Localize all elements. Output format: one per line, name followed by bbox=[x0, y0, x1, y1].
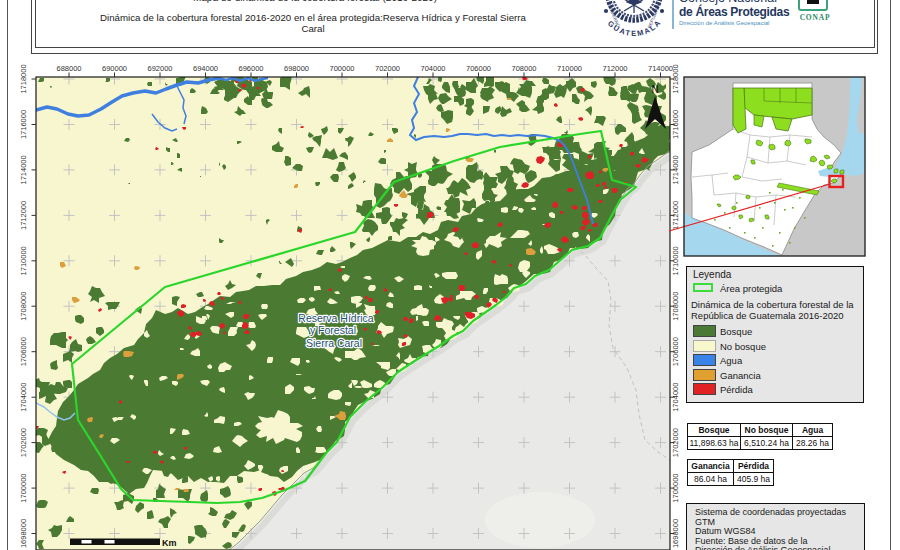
svg-text:1718000: 1718000 bbox=[671, 64, 680, 93]
svg-text:1714000: 1714000 bbox=[671, 155, 680, 184]
svg-text:Km: Km bbox=[162, 538, 177, 548]
svg-text:1698000: 1698000 bbox=[19, 519, 28, 548]
svg-text:1712000: 1712000 bbox=[671, 201, 680, 230]
svg-text:708000: 708000 bbox=[511, 64, 536, 73]
svg-text:y Forestal: y Forestal bbox=[310, 324, 356, 336]
svg-text:1716000: 1716000 bbox=[19, 110, 28, 139]
svg-text:1704000: 1704000 bbox=[671, 383, 680, 412]
svg-text:712000: 712000 bbox=[602, 64, 627, 73]
svg-text:702000: 702000 bbox=[375, 64, 400, 73]
svg-text:Reserva Hídrica: Reserva Hídrica bbox=[298, 312, 373, 324]
svg-text:710000: 710000 bbox=[557, 64, 582, 73]
svg-text:694000: 694000 bbox=[193, 64, 218, 73]
svg-text:Sierra Caral: Sierra Caral bbox=[306, 337, 362, 349]
svg-text:1706000: 1706000 bbox=[671, 337, 680, 366]
svg-text:1698000: 1698000 bbox=[671, 519, 680, 548]
svg-text:1716000: 1716000 bbox=[671, 110, 680, 139]
svg-text:1702000: 1702000 bbox=[19, 428, 28, 457]
svg-text:714000: 714000 bbox=[648, 64, 673, 73]
svg-text:N: N bbox=[651, 84, 658, 95]
svg-text:688000: 688000 bbox=[56, 64, 81, 73]
svg-text:706000: 706000 bbox=[466, 64, 491, 73]
svg-text:700000: 700000 bbox=[329, 64, 354, 73]
svg-text:1706000: 1706000 bbox=[19, 337, 28, 366]
svg-text:698000: 698000 bbox=[284, 64, 309, 73]
svg-text:1704000: 1704000 bbox=[19, 383, 28, 412]
svg-text:696000: 696000 bbox=[238, 64, 263, 73]
svg-text:1714000: 1714000 bbox=[19, 155, 28, 184]
svg-text:1700000: 1700000 bbox=[19, 473, 28, 502]
svg-text:1710000: 1710000 bbox=[671, 246, 680, 275]
svg-text:1712000: 1712000 bbox=[19, 201, 28, 230]
svg-text:1718000: 1718000 bbox=[19, 64, 28, 93]
svg-text:704000: 704000 bbox=[420, 64, 445, 73]
svg-text:1700000: 1700000 bbox=[671, 473, 680, 502]
svg-text:692000: 692000 bbox=[147, 64, 172, 73]
svg-text:1708000: 1708000 bbox=[671, 292, 680, 321]
svg-text:1702000: 1702000 bbox=[671, 428, 680, 457]
svg-text:1708000: 1708000 bbox=[19, 292, 28, 321]
svg-text:690000: 690000 bbox=[102, 64, 127, 73]
svg-text:1710000: 1710000 bbox=[19, 246, 28, 275]
svg-text:GUATEMALA: GUATEMALA bbox=[606, 18, 663, 38]
